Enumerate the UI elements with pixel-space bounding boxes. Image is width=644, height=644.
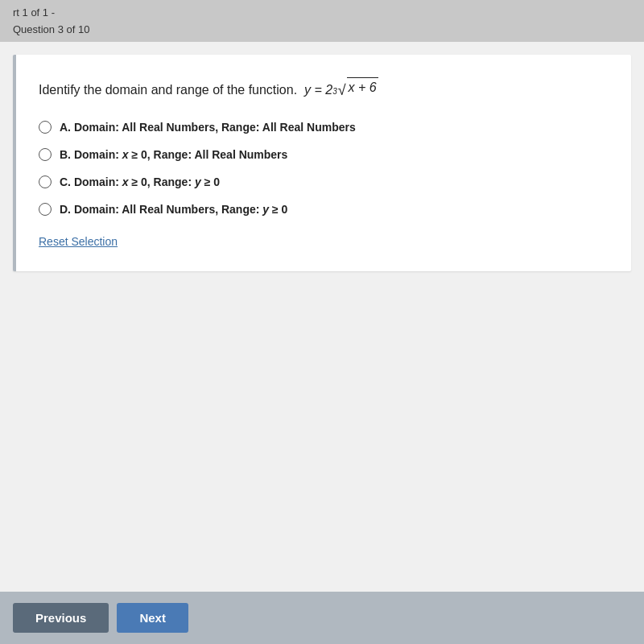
radical-symbol: √ bbox=[338, 83, 346, 97]
option-c-text: C. Domain: x ≥ 0, Range: y ≥ 0 bbox=[60, 175, 220, 188]
next-button[interactable]: Next bbox=[117, 603, 188, 633]
radio-a[interactable] bbox=[39, 121, 52, 134]
option-c[interactable]: C. Domain: x ≥ 0, Range: y ≥ 0 bbox=[39, 175, 609, 188]
question-number: Question 3 of 10 bbox=[13, 23, 89, 35]
option-b-text: B. Domain: x ≥ 0, Range: All Real Number… bbox=[60, 148, 287, 161]
question-text: Identify the domain and range of the fun… bbox=[39, 77, 609, 100]
options-list: A. Domain: All Real Numbers, Range: All … bbox=[39, 121, 609, 216]
formula: y = 23√x + 6 bbox=[301, 83, 378, 97]
option-d-text: D. Domain: All Real Numbers, Range: y ≥ … bbox=[60, 203, 287, 216]
option-a-text: A. Domain: All Real Numbers, Range: All … bbox=[60, 121, 356, 134]
reset-selection-link[interactable]: Reset Selection bbox=[39, 235, 118, 248]
question-prefix: Identify the domain and range of the fun… bbox=[39, 83, 297, 97]
radio-c[interactable] bbox=[39, 175, 52, 188]
previous-button[interactable]: Previous bbox=[13, 603, 109, 633]
bottom-nav: Previous Next bbox=[0, 592, 644, 644]
radical-content: x + 6 bbox=[347, 77, 378, 97]
question-card: Identify the domain and range of the fun… bbox=[13, 55, 631, 271]
option-b[interactable]: B. Domain: x ≥ 0, Range: All Real Number… bbox=[39, 148, 609, 161]
radical-index: 3 bbox=[332, 85, 337, 97]
part-label: rt 1 of 1 - bbox=[0, 0, 644, 22]
radio-d[interactable] bbox=[39, 203, 52, 216]
formula-y: y = 2 bbox=[304, 83, 332, 97]
question-label: Question 3 of 10 bbox=[0, 22, 644, 42]
radical-expr: 3√x + 6 bbox=[332, 77, 378, 97]
part-text: rt 1 of 1 - bbox=[13, 6, 55, 19]
option-d[interactable]: D. Domain: All Real Numbers, Range: y ≥ … bbox=[39, 203, 609, 216]
radio-b[interactable] bbox=[39, 148, 52, 161]
reset-label: Reset Selection bbox=[39, 235, 118, 248]
main-content: Identify the domain and range of the fun… bbox=[0, 42, 644, 592]
option-a[interactable]: A. Domain: All Real Numbers, Range: All … bbox=[39, 121, 609, 134]
spacer bbox=[0, 271, 644, 592]
